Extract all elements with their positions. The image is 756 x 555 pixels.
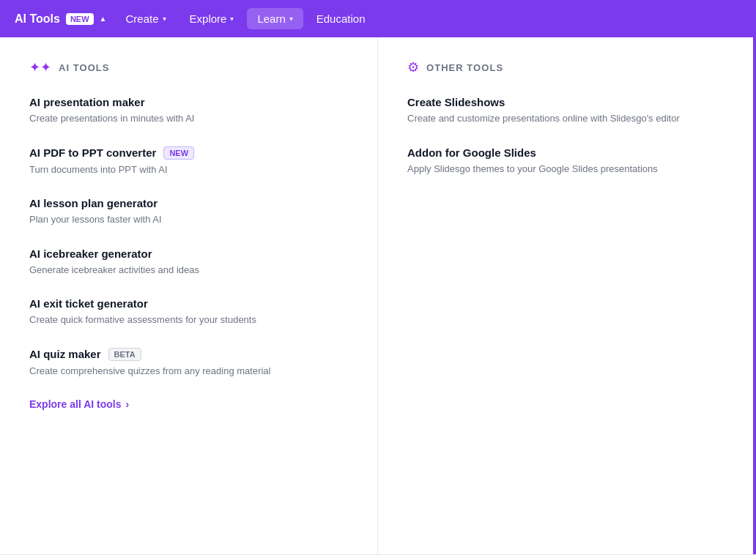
brand-logo[interactable]: AI Tools NEW ▲	[15, 12, 107, 26]
nav-item-education[interactable]: Education	[306, 8, 376, 29]
tool-title: AI exit ticket generator	[29, 297, 148, 310]
tool-title: AI quiz maker	[29, 348, 101, 360]
explore-all-label: Explore all AI tools	[29, 398, 122, 410]
tool-title: AI icebreaker generator	[29, 247, 152, 260]
tool-item-create-slideshows[interactable]: Create Slideshows Create and customize p…	[407, 96, 727, 126]
explore-all-link[interactable]: Explore all AI tools ›	[29, 398, 348, 410]
beta-badge: BETA	[108, 348, 141, 361]
right-edge-decoration	[753, 37, 756, 554]
tool-item-ai-presentation[interactable]: AI presentation maker Create presentatio…	[29, 96, 348, 126]
brand-chevron-icon: ▲	[100, 15, 107, 23]
brand-badge: NEW	[66, 13, 94, 25]
other-tools-section-title: OTHER TOOLS	[426, 62, 503, 73]
ai-tools-column: ✦✦ AI TOOLS AI presentation maker Create…	[0, 37, 378, 554]
nav-item-explore[interactable]: Explore ▾	[179, 8, 245, 29]
tool-title-row: AI lesson plan generator	[29, 197, 348, 209]
tool-item-pdf-ppt[interactable]: AI PDF to PPT converter NEW Turn documen…	[29, 146, 348, 177]
ai-tools-header: ✦✦ AI TOOLS	[29, 59, 348, 75]
other-tools-header: ⚙ OTHER TOOLS	[407, 59, 727, 75]
navbar: AI Tools NEW ▲ Create ▾ Explore ▾ Learn …	[0, 0, 756, 37]
chevron-right-icon: ›	[126, 398, 130, 410]
tool-desc: Create and customize presentations onlin…	[407, 111, 727, 126]
nav-label-create: Create	[126, 12, 159, 25]
nav-label-education: Education	[316, 12, 366, 25]
tool-desc: Create quick formative assessments for y…	[29, 313, 348, 327]
brand-name: AI Tools	[15, 12, 60, 26]
tool-title-row: AI presentation maker	[29, 96, 348, 108]
tool-desc: Apply Slidesgo themes to your Google Sli…	[407, 162, 727, 176]
tool-desc: Generate icebreaker activities and ideas	[29, 263, 348, 278]
nav-item-create[interactable]: Create ▾	[116, 8, 177, 29]
chevron-down-icon: ▾	[289, 15, 293, 23]
tool-title: AI lesson plan generator	[29, 197, 158, 209]
tool-title-row: AI exit ticket generator	[29, 297, 348, 310]
tool-item-quiz-maker[interactable]: AI quiz maker BETA Create comprehensive …	[29, 348, 348, 379]
tool-title-row: AI icebreaker generator	[29, 247, 348, 260]
tool-title: AI PDF to PPT converter	[29, 146, 156, 159]
tool-title: AI presentation maker	[29, 96, 145, 108]
tool-item-icebreaker[interactable]: AI icebreaker generator Generate icebrea…	[29, 247, 348, 278]
ai-tools-section-title: AI TOOLS	[59, 62, 109, 73]
chevron-down-icon: ▾	[230, 15, 234, 23]
tool-title-row: Addon for Google Slides	[407, 146, 727, 159]
tool-item-exit-ticket[interactable]: AI exit ticket generator Create quick fo…	[29, 297, 348, 327]
nav-label-learn: Learn	[257, 12, 285, 25]
tool-desc: Create comprehensive quizzes from any re…	[29, 364, 348, 379]
tool-item-addon-google-slides[interactable]: Addon for Google Slides Apply Slidesgo t…	[407, 146, 727, 176]
tool-desc: Create presentations in minutes with AI	[29, 111, 348, 126]
nav-item-learn[interactable]: Learn ▾	[247, 8, 303, 29]
chevron-down-icon: ▾	[163, 15, 166, 23]
tool-title: Addon for Google Slides	[407, 146, 536, 159]
sparkles-icon: ✦✦	[29, 59, 51, 75]
tool-desc: Plan your lessons faster with AI	[29, 212, 348, 227]
tool-desc: Turn documents into PPT with AI	[29, 163, 348, 177]
tool-item-lesson-plan[interactable]: AI lesson plan generator Plan your lesso…	[29, 197, 348, 227]
tool-title-row: Create Slideshows	[407, 96, 727, 108]
nav-label-explore: Explore	[190, 12, 227, 25]
tool-title-row: AI PDF to PPT converter NEW	[29, 146, 348, 160]
tool-title-row: AI quiz maker BETA	[29, 348, 348, 361]
dropdown-panel: ✦✦ AI TOOLS AI presentation maker Create…	[0, 37, 756, 555]
other-tools-column: ⚙ OTHER TOOLS Create Slideshows Create a…	[378, 37, 756, 554]
tool-title: Create Slideshows	[407, 96, 505, 108]
gear-icon: ⚙	[407, 59, 419, 75]
new-badge: NEW	[163, 146, 194, 160]
